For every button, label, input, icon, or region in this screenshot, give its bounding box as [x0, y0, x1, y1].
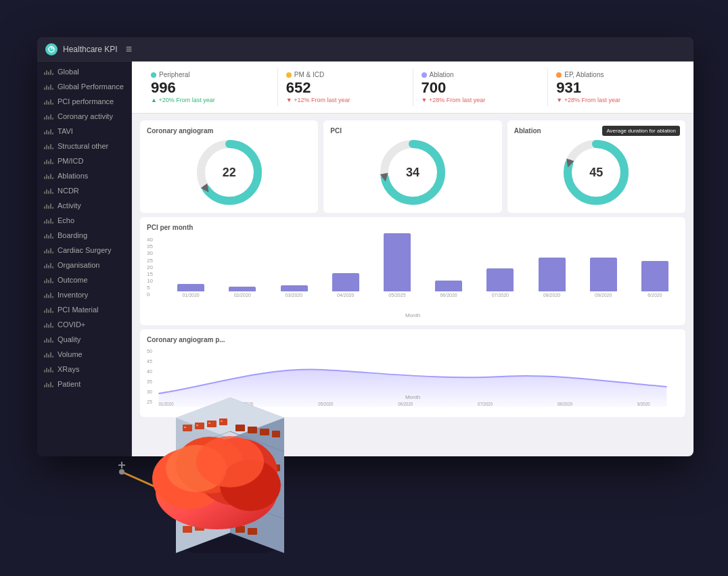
bar-chart-icon: [44, 336, 53, 343]
sidebar-item-label: Global Performance: [58, 82, 124, 91]
svg-rect-72: [235, 492, 245, 499]
bar-chart-icon: [44, 172, 53, 179]
sidebar-item-pci-performance[interactable]: PCI performance: [37, 94, 131, 109]
sidebar-item-label: Ablations: [58, 172, 88, 180]
bar-rect[interactable]: [384, 233, 411, 291]
svg-text:07/2020: 07/2020: [478, 402, 493, 406]
y-axis-label: 35: [147, 243, 153, 249]
sidebar: GlobalGlobal PerformancePCI performanceC…: [37, 62, 132, 456]
bar-chart-icon: [44, 351, 53, 358]
bar-rect[interactable]: [281, 285, 308, 291]
kpi-row: Peripheral996▲ +20% From last yearPM & I…: [132, 62, 693, 114]
sidebar-item-label: Cardiac Surgery: [58, 246, 111, 254]
svg-rect-59: [219, 486, 227, 493]
svg-line-39: [230, 499, 284, 519]
bar-chart-icon: [44, 143, 53, 149]
menu-icon[interactable]: ≡: [126, 43, 132, 55]
sidebar-item-covid-plus[interactable]: COVID+: [37, 317, 131, 332]
donut-charts-row: Coronary angiogram22PCI34AblationAverage…: [132, 114, 693, 217]
donut-container: 45: [514, 139, 679, 206]
bar-rect[interactable]: [229, 287, 256, 291]
donut-value: 45: [589, 166, 603, 180]
sidebar-item-coronary-activity[interactable]: Coronary activity: [37, 109, 131, 124]
bar-rect[interactable]: [177, 284, 204, 291]
y-axis-label: 20: [147, 264, 153, 270]
kpi-value: 996: [151, 80, 269, 96]
bar-chart-icon: [44, 232, 53, 239]
sidebar-item-label: PCI Material: [58, 306, 99, 314]
sidebar-item-organisation[interactable]: Organisation: [37, 258, 131, 272]
sidebar-item-boarding[interactable]: Boarding: [37, 228, 131, 243]
chart-tooltip: Average duration for ablation: [602, 126, 680, 136]
bar-chart-title: PCI per month: [147, 224, 679, 231]
sidebar-item-outcome[interactable]: Outcome: [37, 272, 131, 287]
bar-chart-icon: [44, 247, 53, 254]
sidebar-item-ablations[interactable]: Ablations: [37, 168, 131, 183]
sidebar-item-label: TAVI: [58, 127, 73, 135]
sidebar-item-xrays[interactable]: XRays: [37, 362, 131, 377]
kpi-label: Peripheral: [151, 71, 269, 78]
y-axis-label: 30: [147, 250, 153, 256]
app-icon: [45, 43, 58, 55]
bar-rect[interactable]: [435, 281, 462, 291]
sidebar-item-pci-material[interactable]: PCI Material: [37, 302, 131, 317]
donut-container: 22: [147, 139, 311, 206]
bar-group: 07/2020: [476, 268, 524, 297]
sidebar-item-cardiac-surgery[interactable]: Cardiac Surgery: [37, 243, 131, 258]
bar-rect[interactable]: [539, 258, 566, 291]
svg-rect-70: [260, 462, 269, 469]
bar-chart-icon: [44, 98, 53, 105]
bar-rect[interactable]: [590, 258, 617, 291]
sidebar-item-echo[interactable]: Echo: [37, 213, 131, 228]
bar-rect[interactable]: [332, 273, 359, 291]
sidebar-item-global-performance[interactable]: Global Performance: [37, 79, 131, 94]
svg-rect-69: [248, 460, 257, 467]
svg-line-35: [176, 465, 230, 485]
svg-rect-48: [183, 458, 192, 465]
sidebar-item-patient[interactable]: Patient: [37, 377, 131, 391]
bar-rect[interactable]: [486, 268, 514, 291]
svg-point-23: [156, 455, 277, 529]
bar-chart-icon: [44, 68, 53, 75]
kpi-card: PM & ICD652▼ +12% From last year: [278, 68, 413, 106]
bar-rect[interactable]: [641, 261, 668, 291]
y-axis-label: 5: [147, 285, 153, 291]
dashboard-window: Healthcare KPI ≡ GlobalGlobal Performanc…: [37, 37, 693, 456]
sidebar-item-ncdr[interactable]: NCDR: [37, 183, 131, 198]
bar-group: 06/2020: [425, 281, 472, 297]
sidebar-item-structural-other[interactable]: Structural other: [37, 139, 131, 153]
sidebar-item-inventory[interactable]: Inventory: [37, 287, 131, 302]
sidebar-item-label: Patient: [58, 380, 81, 388]
svg-rect-49: [195, 456, 204, 463]
sidebar-item-volume[interactable]: Volume: [37, 347, 131, 362]
bar-chart-icon: [44, 202, 53, 209]
bar-chart-area: 4035302520151050 01/202002/202003/202004…: [147, 237, 679, 311]
svg-text:05/2020: 05/2020: [318, 402, 333, 406]
donut-chart-2: AblationAverage duration for ablation45: [507, 120, 685, 213]
sidebar-item-label: PCI performance: [58, 97, 114, 105]
svg-text:01/2020: 01/2020: [158, 402, 173, 406]
donut-chart-1: PCI34: [323, 120, 501, 213]
bar-label: 01/2020: [182, 293, 199, 297]
sidebar-item-global[interactable]: Global: [37, 64, 131, 79]
svg-text:35: 35: [147, 379, 152, 385]
sidebar-item-pm-icd[interactable]: PM/ICD: [37, 153, 131, 168]
area-chart-title: Coronary angiogram p...: [147, 336, 679, 343]
bar-chart-icon: [44, 262, 53, 268]
bar-chart-icon: [44, 217, 53, 224]
svg-point-80: [119, 469, 124, 475]
kpi-value: 700: [422, 80, 540, 96]
bar-group: 04/2020: [322, 273, 369, 297]
chart-title: PCI: [330, 127, 495, 135]
sidebar-item-quality[interactable]: Quality: [37, 332, 131, 347]
svg-rect-53: [196, 458, 198, 460]
svg-text:30: 30: [147, 389, 152, 395]
sidebar-item-activity[interactable]: Activity: [37, 198, 131, 213]
bar-group: 08/2020: [528, 258, 575, 297]
sidebar-item-tavi[interactable]: TAVI: [37, 124, 131, 139]
svg-rect-52: [184, 460, 186, 462]
svg-point-24: [152, 448, 227, 509]
svg-rect-74: [260, 496, 269, 503]
y-axis-label: 10: [147, 278, 153, 284]
svg-rect-56: [183, 492, 192, 499]
